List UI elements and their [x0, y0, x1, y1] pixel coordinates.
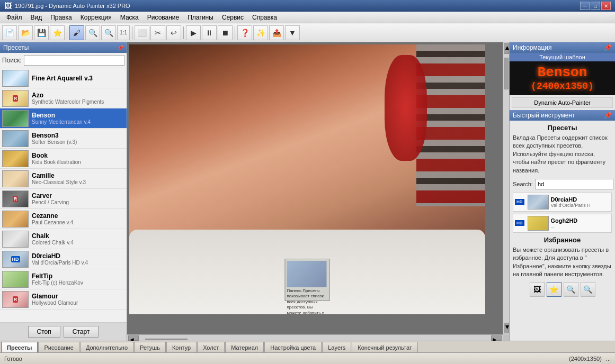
- status-extra: ...: [606, 356, 611, 362]
- dorcia-badge: HD: [11, 256, 20, 262]
- tool-pause[interactable]: ⏸: [202, 25, 217, 40]
- preset-item-book[interactable]: Book Kids Book illustration: [0, 149, 127, 169]
- menu-file[interactable]: Файл: [2, 13, 26, 22]
- preset-item-benson[interactable]: Benson Sunny Mediterranean v.4: [0, 108, 127, 129]
- presets-panel: Пресеты 📌 Поиск: Fine Art Aquarell v.3 R…: [0, 42, 127, 341]
- preset-item-azo[interactable]: R Azo Synthetic Watercolor Pigments: [0, 88, 127, 108]
- tool-1to1[interactable]: 1:1: [117, 25, 130, 40]
- tool-paint[interactable]: 🖌: [69, 25, 84, 40]
- tool-star[interactable]: ⭐: [50, 25, 65, 40]
- menu-mask[interactable]: Маска: [116, 13, 143, 22]
- fav-icons-row: 🖼 ⭐ 🔍 🔍: [513, 282, 612, 297]
- glamour-badge: R: [13, 296, 19, 303]
- tool-zoom-in[interactable]: 🔍: [85, 25, 100, 40]
- tab-final-result[interactable]: Конечный результат: [352, 342, 418, 352]
- quick-preset-gogh2hd[interactable]: HD Gogh2HD ...: [513, 214, 612, 233]
- tool-export[interactable]: 📤: [269, 25, 284, 40]
- quick-preset-dorcia[interactable]: HD D0rciaHD Val d'Orcia/Paris H: [513, 193, 612, 212]
- horizontal-scrollbar[interactable]: ◄ ►: [127, 334, 503, 341]
- tool-open[interactable]: 📂: [18, 25, 33, 40]
- tab-retouch[interactable]: Ретушь: [134, 342, 166, 352]
- window-title: 190791.jpg - Dynamic Auto Painter x32 PR…: [15, 3, 130, 9]
- preset-sub-cezanne: Paul Cezanne v.4: [32, 220, 124, 225]
- menu-bar: Файл Вид Правка Коррекция Маска Рисовани…: [0, 12, 615, 23]
- start-button[interactable]: Старт: [64, 326, 99, 338]
- template-display: Benson (2400x1350): [510, 61, 615, 95]
- quick-dorcia-sub: Val d'Orcia/Paris H: [551, 203, 591, 208]
- search-label: Поиск:: [2, 57, 22, 64]
- quick-search-input[interactable]: [535, 179, 613, 189]
- preset-name-benson: Benson: [32, 112, 124, 119]
- menu-service[interactable]: Сервис: [218, 13, 248, 22]
- fav-icon-star[interactable]: ⭐: [547, 282, 561, 297]
- preset-thumb-book: [2, 150, 29, 167]
- quick-tool-section: Быстрый инструмент 📌 Пресеты Вкладка Пре…: [510, 110, 615, 300]
- tab-material[interactable]: Материал: [225, 342, 264, 352]
- azo-badge: R: [13, 95, 19, 102]
- canvas-area[interactable]: Панель Пресеты показывает список всех до…: [127, 42, 509, 334]
- preset-thumb-dorcia: HD: [2, 251, 29, 268]
- preset-item-chalk[interactable]: Chalk Colored Chalk v.4: [0, 229, 127, 249]
- tool-crop[interactable]: ✂: [150, 25, 165, 40]
- tool-canvas[interactable]: ⬜: [135, 25, 149, 40]
- preset-sub-glamour: Hollywood Glamour: [32, 300, 124, 306]
- maximize-button[interactable]: □: [591, 2, 600, 10]
- menu-help[interactable]: Справка: [248, 13, 281, 22]
- tool-save[interactable]: 💾: [34, 25, 49, 40]
- menu-view[interactable]: Вид: [26, 13, 47, 22]
- fav-icon-gallery[interactable]: 🖼: [530, 282, 545, 297]
- preset-sub-dorcia: Val d'Orcia/Paris HD v.4: [32, 260, 124, 266]
- preset-item-dorciahd[interactable]: HD D0rciaHD Val d'Orcia/Paris HD v.4: [0, 249, 127, 269]
- quick-tool-pin[interactable]: 📌: [604, 112, 612, 119]
- tool-rotate[interactable]: ↩: [166, 25, 181, 40]
- separator-2: [132, 26, 132, 39]
- carver-badge: R: [13, 196, 19, 202]
- preset-name-azo: Azo: [32, 92, 124, 99]
- preset-thumb-carver: R: [2, 190, 29, 207]
- preset-search-input[interactable]: [24, 55, 124, 66]
- presets-pin-button[interactable]: 📌: [117, 45, 123, 51]
- preset-thumb-cezanne: [2, 211, 29, 228]
- fav-icon-zoom2[interactable]: 🔍: [581, 282, 595, 297]
- stop-button[interactable]: Стоп: [28, 326, 60, 338]
- tool-magic[interactable]: ✨: [253, 25, 268, 40]
- preset-item-carver[interactable]: R Carver Pencil / Carving: [0, 189, 127, 209]
- menu-plugins[interactable]: Плагины: [183, 13, 218, 22]
- dap-label: Dynamic Auto-Painter: [512, 97, 613, 108]
- quick-presets-title: Пресеты: [513, 124, 612, 132]
- quick-dorcia-badge: HD: [515, 199, 524, 205]
- tab-layers[interactable]: Layers: [322, 342, 351, 352]
- preset-sub-benson3: Softer Benson (v.3): [32, 139, 124, 145]
- tab-color-settings[interactable]: Настройка цвета: [264, 342, 322, 352]
- menu-edit[interactable]: Правка: [46, 13, 76, 22]
- vertical-scrollbar[interactable]: ▲ ▼: [503, 42, 509, 334]
- preset-item-camille[interactable]: Camille Neo-Classical Style v.3: [0, 169, 127, 189]
- tab-drawing[interactable]: Рисование: [38, 342, 79, 352]
- preset-thumb-camille: [2, 170, 29, 187]
- preset-item-cezanne[interactable]: Cezanne Paul Cezanne v.4: [0, 209, 127, 229]
- preset-sub-azo: Synthetic Watercolor Pigments: [32, 99, 124, 105]
- menu-drawing[interactable]: Рисование: [143, 13, 183, 22]
- tooltip-thumb: [287, 261, 327, 287]
- tool-stop2[interactable]: ⏹: [218, 25, 233, 40]
- preset-item-felttip[interactable]: FeltTip Felt-Tip (c) HonzaKov: [0, 269, 127, 289]
- close-button[interactable]: ✕: [601, 2, 611, 10]
- tool-more[interactable]: ▼: [285, 25, 300, 40]
- tab-contour[interactable]: Контур: [166, 342, 197, 352]
- fav-icon-zoom1[interactable]: 🔍: [564, 282, 578, 297]
- info-pin[interactable]: 📌: [604, 44, 612, 51]
- window-title-area: 🖼 190791.jpg - Dynamic Auto Painter x32 …: [4, 2, 130, 10]
- preset-item-aquarell[interactable]: Fine Art Aquarell v.3: [0, 68, 127, 88]
- tab-advanced[interactable]: Дополнительно: [80, 342, 133, 352]
- preset-item-glamour[interactable]: R Glamour Hollywood Glamour: [0, 289, 127, 310]
- tab-presets[interactable]: Пресеты: [1, 342, 38, 352]
- menu-correction[interactable]: Коррекция: [76, 13, 116, 22]
- minimize-button[interactable]: ─: [580, 2, 590, 10]
- tool-play[interactable]: ▶: [186, 25, 201, 40]
- tab-canvas[interactable]: Холст: [197, 342, 225, 352]
- main-layout: Пресеты 📌 Поиск: Fine Art Aquarell v.3 R…: [0, 42, 615, 341]
- tool-help[interactable]: ❓: [237, 25, 252, 40]
- tool-zoom-out[interactable]: 🔍: [101, 25, 116, 40]
- tool-new[interactable]: 📄: [2, 25, 17, 40]
- preset-item-benson3[interactable]: Benson3 Softer Benson (v.3): [0, 129, 127, 149]
